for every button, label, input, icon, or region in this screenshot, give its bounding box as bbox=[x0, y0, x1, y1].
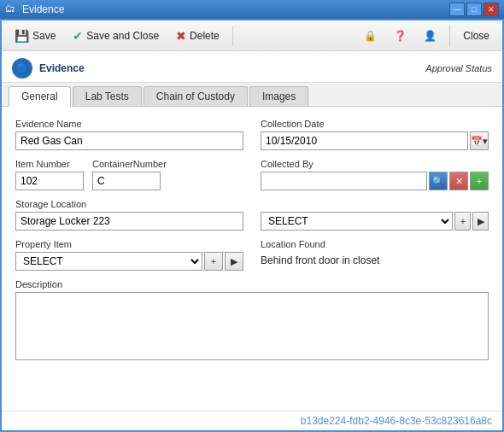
col-property-item: Property Item SELECT + ▶ bbox=[15, 239, 243, 271]
toolbar-separator-2 bbox=[449, 26, 450, 46]
container-number-group: ContainerNumber bbox=[92, 159, 161, 190]
storage-select-row: SELECT + ▶ bbox=[261, 199, 489, 231]
save-close-button[interactable]: ✔ Save and Close bbox=[65, 24, 167, 48]
tab-chain-of-custody[interactable]: Chain of Custody bbox=[144, 86, 248, 106]
collected-by-label: Collected By bbox=[261, 159, 489, 169]
collected-by-input[interactable] bbox=[261, 172, 427, 190]
help-button-3[interactable]: 👤 bbox=[416, 24, 444, 48]
property-item-group: Property Item SELECT + ▶ bbox=[15, 239, 243, 271]
collection-date-group: Collection Date 📅▾ bbox=[261, 119, 489, 150]
property-item-row: SELECT + ▶ bbox=[15, 252, 243, 271]
collected-by-group: Collected By 🔍 ✕ + bbox=[261, 159, 489, 190]
save-button[interactable]: 💾 Save bbox=[7, 24, 63, 48]
description-group: Description bbox=[15, 279, 489, 360]
close-toolbar-button[interactable]: Close bbox=[455, 24, 497, 48]
storage-location-label: Storage Location bbox=[15, 199, 243, 209]
row-storage: Storage Location SELECT + ▶ bbox=[15, 199, 489, 231]
evidence-name-input[interactable] bbox=[15, 131, 243, 150]
page-title: Evidence bbox=[39, 62, 85, 74]
guid-text: b13de224-fdb2-4946-8c3e-53c823616a8c bbox=[301, 415, 492, 427]
delete-button[interactable]: ✖ Delete bbox=[168, 24, 227, 48]
maximize-button[interactable]: □ bbox=[466, 3, 482, 16]
storage-navigate-button[interactable]: ▶ bbox=[472, 212, 489, 231]
tab-bar: General Lab Tests Chain of Custody Image… bbox=[2, 83, 502, 107]
app-icon: 🗂 bbox=[5, 3, 19, 16]
collection-date-input[interactable] bbox=[261, 131, 468, 150]
window-controls: — □ ✕ bbox=[449, 3, 499, 16]
item-number-group: Item Number bbox=[15, 159, 84, 190]
form-content: Evidence Name Collection Date 📅▾ bbox=[2, 107, 502, 411]
row-property-location: Property Item SELECT + ▶ Location Found … bbox=[15, 239, 489, 271]
save-close-icon: ✔ bbox=[73, 29, 83, 43]
property-item-select[interactable]: SELECT bbox=[15, 252, 202, 271]
help-button-1[interactable]: 🔒 bbox=[356, 24, 384, 48]
evidence-name-label: Evidence Name bbox=[15, 119, 243, 129]
collection-date-row: 📅▾ bbox=[261, 131, 489, 150]
delete-label: Delete bbox=[190, 30, 220, 42]
collected-by-add-button[interactable]: + bbox=[470, 172, 489, 190]
header-area: 🔵 Evidence Approval Status bbox=[2, 51, 502, 83]
help-icon-1: 🔒 bbox=[364, 30, 377, 42]
row-evidence-collection: Evidence Name Collection Date 📅▾ bbox=[15, 119, 489, 150]
toolbar: 💾 Save ✔ Save and Close ✖ Delete 🔒 ❓ 👤 C… bbox=[2, 20, 502, 51]
container-number-input[interactable] bbox=[92, 172, 161, 190]
storage-location-group: Storage Location bbox=[15, 199, 243, 231]
header-title: 🔵 Evidence bbox=[12, 58, 85, 79]
minimize-button[interactable]: — bbox=[449, 3, 465, 16]
tab-lab-tests[interactable]: Lab Tests bbox=[73, 86, 142, 106]
storage-location-input[interactable] bbox=[15, 212, 243, 231]
collected-by-search-button[interactable]: 🔍 bbox=[429, 172, 448, 190]
item-number-label: Item Number bbox=[15, 159, 84, 169]
collected-by-row: 🔍 ✕ + bbox=[261, 172, 489, 190]
tab-images[interactable]: Images bbox=[249, 86, 308, 106]
storage-select[interactable]: SELECT bbox=[261, 212, 453, 231]
evidence-icon: 🔵 bbox=[12, 58, 32, 79]
item-number-input[interactable] bbox=[15, 172, 84, 190]
description-label: Description bbox=[15, 279, 489, 289]
approval-status: Approval Status bbox=[425, 63, 492, 73]
evidence-name-group: Evidence Name bbox=[15, 119, 243, 150]
toolbar-separator bbox=[232, 26, 233, 46]
collection-date-label: Collection Date bbox=[261, 119, 489, 129]
location-found-value: Behind front door in closet bbox=[261, 252, 489, 266]
collected-by-clear-button[interactable]: ✕ bbox=[449, 172, 468, 190]
calendar-button[interactable]: 📅▾ bbox=[470, 131, 489, 150]
title-bar: 🗂 Evidence — □ ✕ bbox=[0, 0, 504, 19]
col-evidence-name: Evidence Name bbox=[15, 119, 243, 150]
location-found-label: Location Found bbox=[261, 239, 489, 249]
save-label: Save bbox=[32, 30, 56, 42]
close-toolbar-label: Close bbox=[463, 30, 489, 42]
help-button-2[interactable]: ❓ bbox=[386, 24, 414, 48]
window-close-button[interactable]: ✕ bbox=[483, 3, 499, 16]
delete-icon: ✖ bbox=[176, 29, 186, 43]
col-storage-location: Storage Location bbox=[15, 199, 243, 231]
title-bar-text: Evidence bbox=[22, 3, 449, 15]
help-icon-3: 👤 bbox=[424, 30, 437, 42]
col-location-found: Location Found Behind front door in clos… bbox=[261, 239, 489, 271]
location-found-group: Location Found Behind front door in clos… bbox=[261, 239, 489, 266]
help-icon-2: ❓ bbox=[394, 30, 407, 42]
property-item-label: Property Item bbox=[15, 239, 243, 249]
item-container-row: Item Number ContainerNumber bbox=[15, 159, 243, 190]
container-number-label: ContainerNumber bbox=[92, 159, 161, 169]
main-container: 💾 Save ✔ Save and Close ✖ Delete 🔒 ❓ 👤 C… bbox=[0, 19, 504, 432]
row-item-collected: Item Number ContainerNumber Collected By… bbox=[15, 159, 489, 190]
footer: b13de224-fdb2-4946-8c3e-53c823616a8c bbox=[2, 411, 502, 430]
save-icon: 💾 bbox=[15, 29, 29, 43]
save-close-label: Save and Close bbox=[86, 30, 159, 42]
tab-general[interactable]: General bbox=[9, 86, 71, 107]
description-input[interactable] bbox=[15, 292, 489, 360]
col-collected-by: Collected By 🔍 ✕ + bbox=[261, 159, 489, 190]
property-add-button[interactable]: + bbox=[204, 252, 223, 271]
col-collection-date: Collection Date 📅▾ bbox=[261, 119, 489, 150]
property-navigate-button[interactable]: ▶ bbox=[225, 252, 243, 271]
storage-add-button[interactable]: + bbox=[454, 212, 471, 231]
col-storage-select: SELECT + ▶ bbox=[261, 199, 489, 231]
col-item-container: Item Number ContainerNumber bbox=[15, 159, 243, 190]
